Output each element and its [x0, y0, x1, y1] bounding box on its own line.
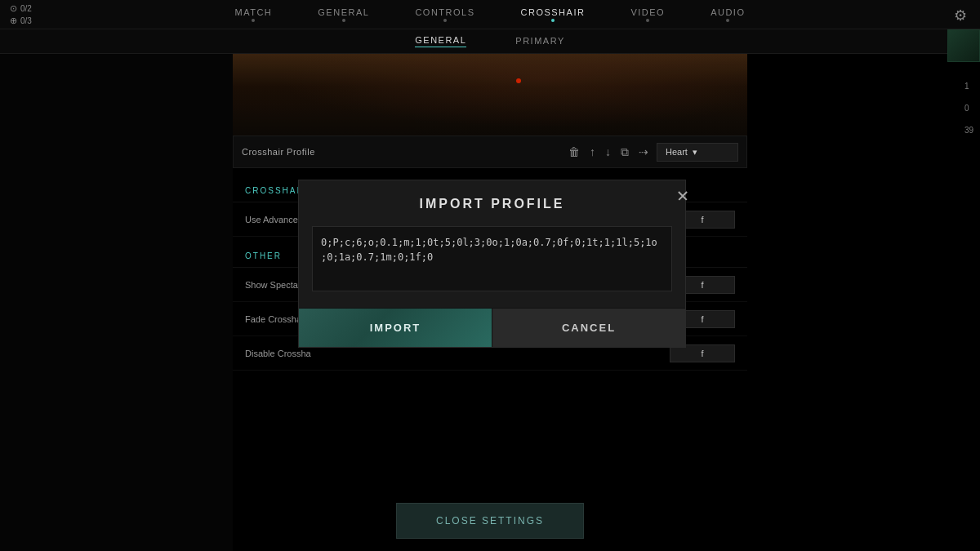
left-sidebar	[0, 54, 233, 551]
main-nav: MATCH GENERAL CONTROLS CROSSHAIR VIDEO A…	[74, 7, 906, 22]
nav-general[interactable]: GENERAL	[295, 7, 392, 22]
right-num-2: 0	[964, 104, 973, 113]
import-textarea[interactable]: 0;P;c;6;o;0.1;m;1;0t;5;0l;3;0o;1;0a;0.7;…	[312, 226, 672, 291]
nav-counters: ⊙ 0/2 ⊕ 0/3	[0, 3, 74, 26]
download-icon[interactable]: ↓	[605, 145, 611, 158]
nav-audio[interactable]: AUDIO	[688, 7, 768, 22]
profile-icons: 🗑 ↑ ↓ ⧉ ⇢	[568, 145, 648, 159]
trash-icon[interactable]: 🗑	[568, 145, 580, 158]
map-preview	[233, 54, 747, 136]
copy-icon[interactable]: ⧉	[621, 145, 629, 159]
nav-dot	[443, 19, 447, 22]
mini-map	[947, 29, 980, 62]
counter-top-value: 0/2	[20, 4, 32, 13]
dialog-title: IMPORT PROFILE	[420, 197, 565, 211]
counter-bottom-value: 0/3	[20, 16, 32, 25]
profile-bar: Crosshair Profile 🗑 ↑ ↓ ⧉ ⇢ Heart ▾	[233, 136, 747, 168]
nav-crosshair[interactable]: CROSSHAIR	[498, 7, 608, 22]
top-nav-bar: ⊙ 0/2 ⊕ 0/3 MATCH GENERAL CONTROLS CROSS…	[0, 0, 980, 29]
profile-selected: Heart	[666, 147, 688, 157]
upload-icon[interactable]: ↑	[590, 145, 595, 158]
chevron-down-icon: ▾	[693, 147, 697, 158]
map-preview-inner	[233, 54, 747, 136]
sub-nav-primary[interactable]: PRIMARY	[515, 36, 564, 47]
map-dot	[516, 78, 521, 83]
nav-match[interactable]: MATCH	[212, 7, 296, 22]
row-label: Disable Crossha	[245, 349, 670, 358]
close-settings-button[interactable]: CLOSE SETTINGS	[396, 503, 584, 539]
sub-nav: GENERAL PRIMARY	[0, 29, 980, 54]
nav-dot	[342, 19, 345, 22]
dialog-buttons: IMPORT CANCEL	[299, 308, 685, 347]
right-numbers: 1 0 39	[964, 82, 973, 135]
counter-top: ⊙ 0/2	[10, 3, 64, 14]
import-button[interactable]: IMPORT	[299, 309, 492, 347]
dialog-textarea-wrap: 0;P;c;6;o;0.1;m;1;0t;5;0l;3;0o;1;0a;0.7;…	[299, 220, 685, 308]
counter-bottom: ⊕ 0/3	[10, 16, 64, 26]
share-icon[interactable]: ⇢	[639, 145, 648, 158]
profile-label: Crosshair Profile	[242, 147, 560, 157]
nav-controls[interactable]: CONTROLS	[392, 7, 497, 22]
cancel-button[interactable]: CANCEL	[492, 309, 685, 347]
dialog-header: IMPORT PROFILE	[299, 180, 685, 220]
sub-nav-general[interactable]: GENERAL	[415, 35, 466, 47]
nav-right: ⚙	[906, 7, 980, 23]
nav-dot	[252, 19, 255, 22]
right-num-1: 1	[964, 82, 973, 91]
import-dialog: IMPORT PROFILE 0;P;c;6;o;0.1;m;1;0t;5;0l…	[298, 180, 686, 348]
nav-dot	[726, 19, 729, 22]
gear-icon[interactable]: ⚙	[954, 7, 970, 23]
right-num-3: 39	[964, 126, 973, 135]
nav-dot-active	[551, 19, 555, 22]
nav-dot	[646, 19, 649, 22]
profile-dropdown[interactable]: Heart ▾	[657, 143, 738, 162]
nav-video[interactable]: VIDEO	[608, 7, 688, 22]
